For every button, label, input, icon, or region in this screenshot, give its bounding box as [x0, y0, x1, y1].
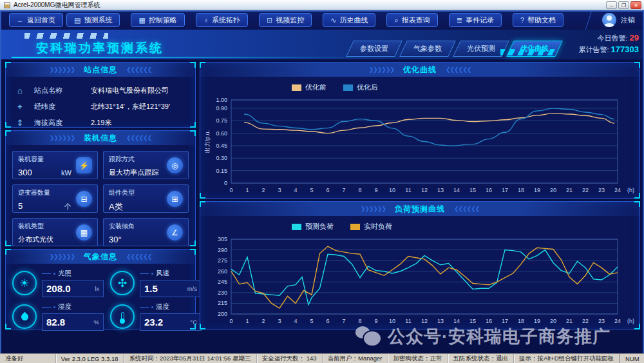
svg-text:18: 18 — [518, 318, 524, 324]
station-label: 经纬度 — [34, 102, 91, 112]
svg-text:260: 260 — [218, 268, 227, 275]
logout-button[interactable]: 注销 — [621, 15, 635, 25]
svg-text:15: 15 — [469, 318, 476, 324]
svg-text:0.75: 0.75 — [216, 117, 227, 124]
nav-label: 控制策略 — [149, 15, 177, 25]
nav-button-control-strategy[interactable]: ▦ 控制策略 — [131, 13, 184, 27]
weather-value: 1.5 — [144, 283, 158, 294]
location-icon: ⌖ — [14, 102, 26, 112]
install-info-panel: ❯❯❯❯❯❯ 装机信息 ❮❮❮❮❮❮ 装机容量 300 kW ⚡ 跟踪方式 最大… — [5, 130, 196, 246]
avatar[interactable] — [602, 13, 616, 27]
svg-text:0.90: 0.90 — [216, 105, 227, 112]
status-current-user: 当前用户：Manager — [323, 354, 388, 363]
close-icon[interactable]: ✕ — [630, 1, 641, 9]
optimization-curve-header: ❯❯❯❯❯❯ 优化曲线 ❮❮❮❮❮❮ — [200, 63, 639, 77]
station-row-coords: ⌖ 经纬度 北纬31°14′，东经121°39′ — [14, 99, 187, 115]
status-ready: 准备好 — [0, 354, 56, 363]
weather-label: 温度 — [156, 302, 169, 311]
card-tilt-angle: 安装倾角 30° ∠ — [103, 218, 189, 246]
account-area: 注销 — [585, 13, 635, 27]
weather-label: 光照 — [58, 269, 71, 278]
svg-text:17: 17 — [502, 187, 508, 193]
station-row-name: ⌂ 站点名称 安科瑞电气股份有限公司 — [14, 83, 187, 99]
nav-button-history[interactable]: ∿ 历史曲线 — [323, 13, 375, 27]
load-forecast-chart-area: 3052902752602452302152000123456789101112… — [203, 235, 637, 327]
svg-text:21: 21 — [566, 187, 573, 193]
nav-button-topology[interactable]: ♁ 系统拓扑 — [196, 13, 248, 27]
svg-text:9: 9 — [374, 318, 377, 324]
chevron-decoration: ❮❮❮❮❮❮ — [126, 135, 151, 141]
svg-text:215: 215 — [218, 300, 227, 306]
svg-text:2: 2 — [261, 187, 265, 193]
capacity-icon: ⚡ — [76, 157, 92, 173]
weather-info-header: ❯❯❯❯❯❯ 气象信息 ❮❮❮❮❮❮ — [6, 250, 195, 264]
svg-text:0.15: 0.15 — [216, 168, 227, 174]
station-value: 北纬31°14′，东经121°39′ — [91, 102, 170, 112]
svg-text:(h): (h) — [627, 318, 634, 324]
svg-text:0: 0 — [224, 180, 227, 186]
nav-label: 历史曲线 — [339, 15, 368, 25]
nav-button-events[interactable]: ≣ 事件记录 — [449, 13, 502, 27]
svg-text:11: 11 — [405, 187, 411, 193]
card-value: 最大功率点跟踪 — [109, 168, 158, 177]
svg-text:9: 9 — [374, 187, 377, 193]
page-title: 安科瑞功率预测系统 — [36, 40, 164, 57]
legend-swatch — [292, 84, 301, 91]
card-value: A类 — [109, 201, 123, 213]
back-home-button[interactable]: ← 返回首页 — [9, 13, 63, 27]
legend-item: 实时负荷 — [350, 222, 392, 231]
svg-text:290: 290 — [218, 247, 227, 253]
inverter-icon: ⊟ — [76, 191, 92, 207]
svg-text:13: 13 — [437, 187, 444, 193]
page-header: 安科瑞功率预测系统 参数设置 气象参数 光伏预测 优化曲线 今日告警: 29 累… — [0, 30, 644, 59]
maximize-icon[interactable]: ❐ — [618, 1, 629, 9]
svg-text:(h): (h) — [627, 187, 634, 193]
svg-text:2: 2 — [261, 318, 265, 324]
svg-text:0: 0 — [229, 318, 232, 324]
svg-text:24: 24 — [614, 187, 621, 193]
load-forecast-panel: ❯❯❯❯❯❯ 负荷预测曲线 ❮❮❮❮❮❮ 预测负荷 实时负荷 305290275… — [200, 201, 640, 329]
svg-text:275: 275 — [218, 257, 227, 264]
svg-text:0.60: 0.60 — [216, 130, 227, 137]
load-forecast-legend: 预测负荷 实时负荷 — [200, 216, 639, 231]
card-value: 30° — [109, 235, 122, 244]
status-five-prevention: 五防系统状态：退出 — [448, 354, 515, 363]
svg-text:1.00: 1.00 — [216, 97, 227, 103]
svg-text:3: 3 — [278, 318, 281, 324]
nav-button-help[interactable]: ? 帮助文档 — [513, 13, 564, 27]
video-monitor-icon: ⊡ — [267, 17, 272, 24]
legend-label: 优化前 — [305, 83, 327, 92]
optimization-curve-panel: ❯❯❯❯❯❯ 优化曲线 ❮❮❮❮❮❮ 优化前 优化后 1.000.900.750… — [200, 62, 640, 199]
total-alarm-value: 177303 — [611, 44, 639, 54]
svg-text:13: 13 — [437, 318, 444, 324]
tilt-angle-icon: ∠ — [167, 224, 183, 240]
nav-label: 视频监控 — [276, 15, 304, 25]
install-type-icon: ▦ — [76, 224, 92, 240]
nav-button-video[interactable]: ⊡ 视频监控 — [259, 13, 312, 27]
card-unit: 个 — [64, 202, 71, 211]
svg-text:16: 16 — [486, 187, 492, 193]
nav-label: 系统拓扑 — [212, 15, 240, 25]
tab-weather-parameters[interactable]: 气象参数 — [399, 41, 456, 57]
svg-text:18: 18 — [518, 187, 524, 193]
nav-button-report[interactable]: ⌕ 报表查询 — [386, 13, 437, 27]
weather-value: 23.2 — [144, 317, 163, 328]
card-inverters: 逆变器数量 5 个 ⊟ — [12, 184, 98, 213]
minimize-icon[interactable]: – — [606, 1, 617, 9]
nav-button-forecast[interactable]: ▤ 预测系统 — [66, 13, 120, 27]
svg-text:0.45: 0.45 — [216, 142, 227, 149]
weather-value: 208.0 — [46, 283, 71, 294]
home-icon: ⌂ — [14, 86, 26, 95]
weather-info-panel: ❯❯❯❯❯❯ 气象信息 ❮❮❮❮❮❮ ☀ 光照 208.0 lx ✣ 风速 1.… — [5, 249, 196, 329]
station-value: 2.19米 — [91, 118, 111, 128]
svg-text:15: 15 — [469, 187, 476, 193]
today-alarm-value: 29 — [630, 33, 639, 43]
tab-label: 气象参数 — [413, 44, 442, 54]
status-dongle: 加密狗状态：正常 — [388, 354, 448, 363]
svg-text:17: 17 — [502, 318, 508, 324]
legend-swatch — [292, 224, 301, 230]
weather-info-title: 气象信息 — [84, 251, 117, 262]
tab-parameter-settings[interactable]: 参数设置 — [346, 41, 402, 57]
weather-label: 风速 — [156, 269, 169, 278]
alarm-counters: 今日告警: 29 累计告警: 177303 — [578, 32, 639, 55]
